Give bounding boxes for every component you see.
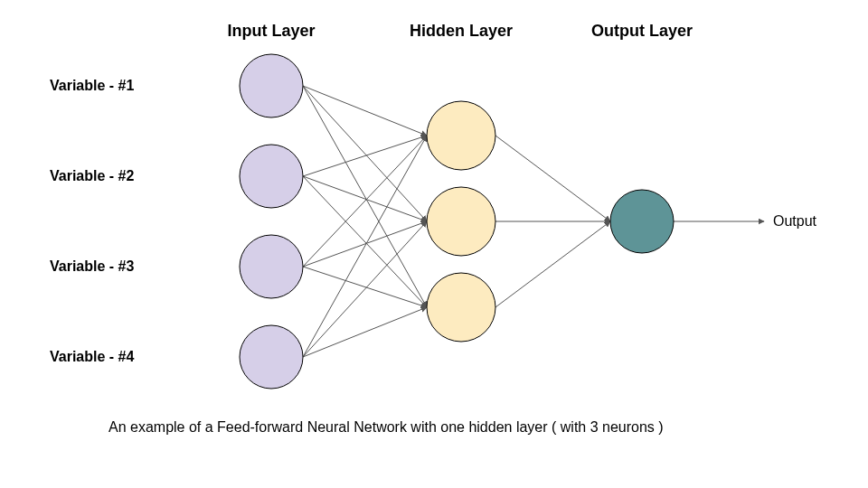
neuron-input-2 — [240, 145, 303, 208]
svg-line-14 — [495, 221, 610, 307]
neuron-hidden-2 — [427, 187, 495, 256]
label-output: Output — [773, 213, 817, 229]
svg-line-7 — [303, 221, 427, 267]
header-input: Input Layer — [227, 22, 315, 40]
header-hidden: Hidden Layer — [410, 22, 513, 40]
svg-line-8 — [303, 267, 427, 307]
label-variable-4: Variable - #4 — [50, 349, 134, 364]
svg-line-3 — [303, 136, 427, 176]
label-variable-1: Variable - #1 — [50, 78, 134, 93]
svg-line-4 — [303, 176, 427, 221]
neuron-input-1 — [240, 54, 303, 117]
neuron-hidden-1 — [427, 101, 495, 170]
svg-line-2 — [303, 86, 427, 307]
svg-line-9 — [303, 136, 427, 357]
header-output: Output Layer — [591, 22, 693, 40]
neuron-hidden-3 — [427, 273, 495, 342]
neuron-input-4 — [240, 325, 303, 389]
edges-input-hidden — [303, 86, 427, 357]
svg-line-11 — [303, 307, 427, 357]
nn-diagram: Input Layer Hidden Layer Output Layer Va… — [0, 0, 868, 488]
diagram-caption: An example of a Feed-forward Neural Netw… — [108, 419, 664, 435]
label-variable-3: Variable - #3 — [50, 258, 134, 274]
neuron-output-1 — [610, 190, 674, 253]
edges-hidden-output — [495, 136, 610, 307]
neuron-input-3 — [240, 235, 303, 298]
svg-line-0 — [303, 86, 427, 136]
svg-line-12 — [495, 136, 610, 221]
label-variable-2: Variable - #2 — [50, 168, 134, 183]
